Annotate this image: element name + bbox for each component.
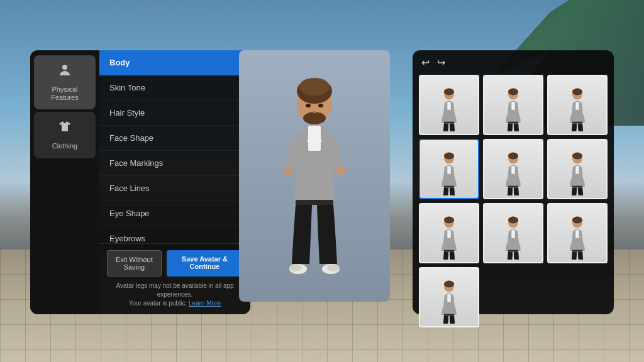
svg-rect-35 xyxy=(508,186,518,188)
learn-more-link[interactable]: Learn More xyxy=(189,300,221,307)
redo-button[interactable]: ↪ xyxy=(437,57,445,69)
menu-item-face-lines[interactable]: Face Lines xyxy=(99,176,250,201)
svg-rect-34 xyxy=(511,166,514,174)
svg-point-41 xyxy=(444,217,454,224)
notice-text: Avatar legs may not be available in all … xyxy=(107,282,243,308)
svg-rect-27 xyxy=(572,122,582,124)
svg-rect-18 xyxy=(447,102,450,110)
menu-item-hair-style[interactable]: Hair Style xyxy=(99,101,250,126)
svg-rect-23 xyxy=(508,122,518,124)
svg-point-53 xyxy=(444,281,454,288)
svg-point-5 xyxy=(306,104,311,107)
main-menu: Body Skin Tone Hair Style Face Shape Fac… xyxy=(99,50,250,314)
avatar-container xyxy=(258,63,371,289)
svg-rect-8 xyxy=(308,126,321,151)
svg-point-49 xyxy=(572,217,582,224)
avatar-thumb-5[interactable] xyxy=(547,139,608,199)
svg-point-25 xyxy=(572,89,582,96)
sidebar: Physical Features Clothing xyxy=(30,50,99,314)
svg-rect-55 xyxy=(444,314,454,316)
menu-items-list: Body Skin Tone Hair Style Face Shape Fac… xyxy=(99,50,250,243)
sidebar-physical-label: Physical Features xyxy=(39,85,91,102)
save-button[interactable]: Save Avatar & Continue xyxy=(167,250,243,277)
avatar-grid xyxy=(419,75,608,327)
avatar-preview-panel xyxy=(239,50,390,302)
svg-point-4 xyxy=(303,112,326,124)
svg-rect-38 xyxy=(575,166,579,174)
avatar-thumb-3[interactable] xyxy=(419,139,479,199)
svg-rect-43 xyxy=(444,250,454,252)
sidebar-clothing-label: Clothing xyxy=(52,142,77,150)
menu-item-eyebrows[interactable]: Eyebrows xyxy=(99,226,250,243)
right-panel-toolbar: ↩ ↪ xyxy=(419,57,608,69)
avatar-thumb-8[interactable] xyxy=(547,203,608,263)
menu-item-face-markings[interactable]: Face Markings xyxy=(99,151,250,176)
avatar-thumb-6[interactable] xyxy=(419,203,479,263)
svg-point-3 xyxy=(299,78,330,96)
avatar-svg xyxy=(264,69,365,283)
left-panel: Physical Features Clothing Body Skin Ton… xyxy=(30,50,250,314)
svg-rect-47 xyxy=(508,250,518,252)
clothing-icon xyxy=(57,119,72,138)
sidebar-item-clothing[interactable]: Clothing xyxy=(34,112,96,158)
svg-point-37 xyxy=(572,153,582,160)
right-panel: ↩ ↪ xyxy=(413,50,614,314)
menu-item-eye-shape[interactable]: Eye Shape xyxy=(99,201,250,226)
bottom-section: Exit Without Saving Save Avatar & Contin… xyxy=(99,243,250,314)
avatar-thumb-1[interactable] xyxy=(483,75,543,135)
avatar-thumb-4[interactable] xyxy=(483,139,543,199)
svg-point-0 xyxy=(62,65,67,70)
undo-button[interactable]: ↩ xyxy=(421,57,430,69)
avatar-thumb-7[interactable] xyxy=(483,203,543,263)
avatar-thumb-0[interactable] xyxy=(419,75,479,135)
svg-rect-30 xyxy=(447,166,450,174)
exit-button[interactable]: Exit Without Saving xyxy=(107,250,162,277)
svg-point-45 xyxy=(508,217,518,224)
svg-rect-39 xyxy=(572,186,582,188)
avatar-thumb-9[interactable] xyxy=(419,267,479,327)
menu-item-skin-tone[interactable]: Skin Tone xyxy=(99,75,250,101)
svg-point-21 xyxy=(508,89,518,96)
sidebar-item-physical[interactable]: Physical Features xyxy=(34,55,96,109)
avatar-thumb-2[interactable] xyxy=(547,75,608,135)
svg-rect-42 xyxy=(447,230,450,238)
button-row: Exit Without Saving Save Avatar & Contin… xyxy=(107,250,243,277)
svg-rect-50 xyxy=(575,230,579,238)
svg-rect-46 xyxy=(511,230,514,238)
svg-point-13 xyxy=(289,264,302,272)
svg-rect-31 xyxy=(444,186,454,188)
physical-features-icon xyxy=(57,63,72,82)
menu-item-face-shape[interactable]: Face Shape xyxy=(99,126,250,151)
menu-item-body[interactable]: Body xyxy=(99,50,250,75)
svg-rect-51 xyxy=(572,250,582,252)
svg-point-7 xyxy=(313,111,316,113)
svg-point-17 xyxy=(444,89,454,96)
svg-point-9 xyxy=(283,167,293,175)
svg-point-33 xyxy=(508,153,518,160)
svg-rect-22 xyxy=(511,102,514,110)
svg-point-6 xyxy=(318,104,323,107)
svg-point-10 xyxy=(336,167,346,175)
svg-point-29 xyxy=(444,153,454,160)
svg-rect-54 xyxy=(447,294,450,302)
svg-rect-26 xyxy=(575,102,579,110)
svg-point-15 xyxy=(327,264,340,272)
svg-rect-19 xyxy=(444,122,454,124)
svg-rect-11 xyxy=(296,200,333,205)
